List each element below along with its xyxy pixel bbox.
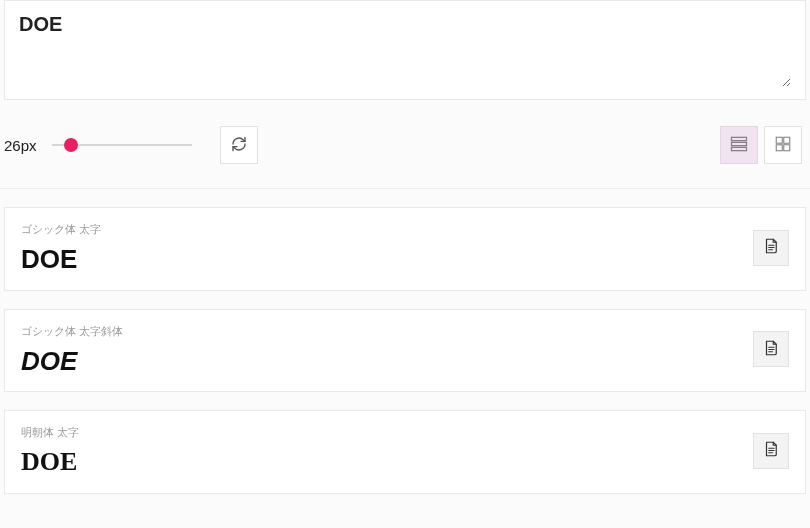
preview-text-input[interactable] bbox=[19, 13, 791, 87]
font-preview-text: DOE bbox=[21, 347, 753, 376]
document-icon bbox=[762, 440, 780, 461]
font-size-label: 26px bbox=[4, 137, 44, 154]
font-card: ゴシック体 太字斜体 DOE bbox=[4, 309, 806, 393]
svg-rect-5 bbox=[784, 137, 790, 143]
svg-rect-2 bbox=[732, 147, 747, 150]
text-input-panel bbox=[4, 0, 806, 100]
svg-rect-4 bbox=[776, 137, 782, 143]
grid-view-button[interactable] bbox=[764, 126, 802, 164]
font-name-label: ゴシック体 太字斜体 bbox=[21, 324, 753, 339]
font-card: 明朝体 太字 DOE bbox=[4, 410, 806, 494]
list-icon bbox=[729, 134, 749, 157]
copy-css-button[interactable] bbox=[753, 433, 789, 469]
document-icon bbox=[762, 237, 780, 258]
section-divider bbox=[0, 188, 810, 189]
refresh-button[interactable] bbox=[220, 126, 258, 164]
copy-css-button[interactable] bbox=[753, 230, 789, 266]
font-preview-text: DOE bbox=[21, 448, 753, 477]
font-name-label: ゴシック体 太字 bbox=[21, 222, 753, 237]
font-name-label: 明朝体 太字 bbox=[21, 425, 753, 440]
svg-rect-7 bbox=[784, 144, 790, 150]
svg-rect-6 bbox=[776, 144, 782, 150]
svg-rect-1 bbox=[732, 142, 747, 145]
refresh-icon bbox=[231, 136, 247, 155]
document-icon bbox=[762, 339, 780, 360]
font-size-slider-wrap bbox=[52, 144, 192, 146]
font-card: ゴシック体 太字 DOE bbox=[4, 207, 806, 291]
svg-rect-0 bbox=[732, 137, 747, 140]
view-toggle bbox=[720, 126, 802, 164]
copy-css-button[interactable] bbox=[753, 331, 789, 367]
list-view-button[interactable] bbox=[720, 126, 758, 164]
grid-icon bbox=[774, 135, 792, 156]
font-preview-text: DOE bbox=[21, 245, 753, 274]
controls-row: 26px bbox=[0, 104, 810, 188]
font-size-slider[interactable] bbox=[52, 144, 192, 146]
